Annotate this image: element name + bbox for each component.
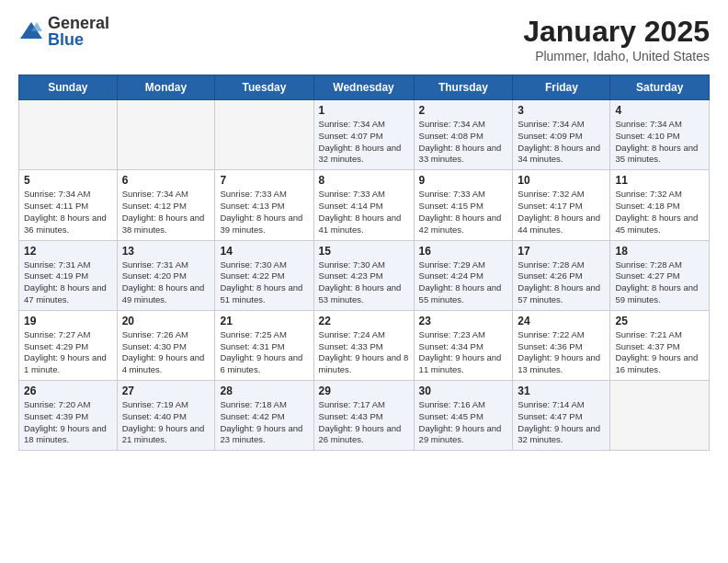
cell-text: Sunrise: 7:31 AM Sunset: 4:20 PM Dayligh… xyxy=(122,259,210,306)
calendar-cell xyxy=(117,100,215,170)
logo-icon xyxy=(18,18,44,44)
weekday-header: Thursday xyxy=(414,75,513,100)
calendar-cell: 23Sunrise: 7:23 AM Sunset: 4:34 PM Dayli… xyxy=(414,310,513,380)
calendar-cell: 1Sunrise: 7:34 AM Sunset: 4:07 PM Daylig… xyxy=(313,100,414,170)
weekday-header: Wednesday xyxy=(313,75,414,100)
day-number: 4 xyxy=(615,104,704,117)
calendar-cell: 28Sunrise: 7:18 AM Sunset: 4:42 PM Dayli… xyxy=(215,381,313,451)
calendar-cell: 6Sunrise: 7:34 AM Sunset: 4:12 PM Daylig… xyxy=(117,170,215,240)
day-number: 28 xyxy=(220,385,308,397)
weekday-header: Monday xyxy=(117,75,215,100)
calendar-cell: 14Sunrise: 7:30 AM Sunset: 4:22 PM Dayli… xyxy=(215,240,313,310)
day-number: 2 xyxy=(419,104,508,117)
calendar-cell: 10Sunrise: 7:32 AM Sunset: 4:17 PM Dayli… xyxy=(513,170,610,240)
calendar-body: 1Sunrise: 7:34 AM Sunset: 4:07 PM Daylig… xyxy=(19,100,710,451)
calendar-cell xyxy=(215,100,313,170)
day-number: 1 xyxy=(319,104,409,117)
calendar-cell: 12Sunrise: 7:31 AM Sunset: 4:19 PM Dayli… xyxy=(19,240,118,310)
cell-text: Sunrise: 7:34 AM Sunset: 4:10 PM Dayligh… xyxy=(615,119,704,166)
cell-text: Sunrise: 7:32 AM Sunset: 4:18 PM Dayligh… xyxy=(615,189,704,236)
calendar-cell: 13Sunrise: 7:31 AM Sunset: 4:20 PM Dayli… xyxy=(117,240,215,310)
day-number: 19 xyxy=(24,315,112,327)
calendar-cell: 9Sunrise: 7:33 AM Sunset: 4:15 PM Daylig… xyxy=(414,170,513,240)
cell-text: Sunrise: 7:27 AM Sunset: 4:29 PM Dayligh… xyxy=(24,329,112,376)
cell-text: Sunrise: 7:33 AM Sunset: 4:15 PM Dayligh… xyxy=(419,189,508,236)
calendar-cell: 8Sunrise: 7:33 AM Sunset: 4:14 PM Daylig… xyxy=(313,170,414,240)
calendar-cell: 25Sunrise: 7:21 AM Sunset: 4:37 PM Dayli… xyxy=(610,310,710,380)
cell-text: Sunrise: 7:14 AM Sunset: 4:47 PM Dayligh… xyxy=(518,399,605,446)
cell-text: Sunrise: 7:29 AM Sunset: 4:24 PM Dayligh… xyxy=(419,259,508,306)
calendar-cell: 7Sunrise: 7:33 AM Sunset: 4:13 PM Daylig… xyxy=(215,170,313,240)
cell-text: Sunrise: 7:22 AM Sunset: 4:36 PM Dayligh… xyxy=(518,329,605,376)
calendar-cell: 27Sunrise: 7:19 AM Sunset: 4:40 PM Dayli… xyxy=(117,381,215,451)
calendar-cell: 30Sunrise: 7:16 AM Sunset: 4:45 PM Dayli… xyxy=(414,381,513,451)
day-number: 18 xyxy=(615,245,704,258)
cell-text: Sunrise: 7:26 AM Sunset: 4:30 PM Dayligh… xyxy=(122,329,210,376)
calendar-week-row: 1Sunrise: 7:34 AM Sunset: 4:07 PM Daylig… xyxy=(19,100,710,170)
cell-text: Sunrise: 7:16 AM Sunset: 4:45 PM Dayligh… xyxy=(419,399,508,446)
cell-text: Sunrise: 7:30 AM Sunset: 4:22 PM Dayligh… xyxy=(220,259,308,306)
calendar-cell: 17Sunrise: 7:28 AM Sunset: 4:26 PM Dayli… xyxy=(513,240,610,310)
calendar-cell: 29Sunrise: 7:17 AM Sunset: 4:43 PM Dayli… xyxy=(313,381,414,451)
day-number: 12 xyxy=(24,245,112,258)
calendar-week-row: 19Sunrise: 7:27 AM Sunset: 4:29 PM Dayli… xyxy=(19,310,710,380)
logo-text: General Blue xyxy=(48,15,109,48)
day-number: 25 xyxy=(615,315,704,327)
cell-text: Sunrise: 7:21 AM Sunset: 4:37 PM Dayligh… xyxy=(615,329,704,376)
calendar-cell: 22Sunrise: 7:24 AM Sunset: 4:33 PM Dayli… xyxy=(313,310,414,380)
month-title: January 2025 xyxy=(523,15,710,49)
day-number: 16 xyxy=(419,245,508,258)
day-number: 24 xyxy=(518,315,605,327)
calendar-week-row: 26Sunrise: 7:20 AM Sunset: 4:39 PM Dayli… xyxy=(19,381,710,451)
cell-text: Sunrise: 7:23 AM Sunset: 4:34 PM Dayligh… xyxy=(419,329,508,376)
day-number: 31 xyxy=(518,385,605,397)
cell-text: Sunrise: 7:20 AM Sunset: 4:39 PM Dayligh… xyxy=(24,399,112,446)
calendar-cell: 21Sunrise: 7:25 AM Sunset: 4:31 PM Dayli… xyxy=(215,310,313,380)
cell-text: Sunrise: 7:33 AM Sunset: 4:13 PM Dayligh… xyxy=(220,189,308,236)
day-number: 20 xyxy=(122,315,210,327)
cell-text: Sunrise: 7:25 AM Sunset: 4:31 PM Dayligh… xyxy=(220,329,308,376)
calendar-cell: 16Sunrise: 7:29 AM Sunset: 4:24 PM Dayli… xyxy=(414,240,513,310)
day-number: 27 xyxy=(122,385,210,397)
cell-text: Sunrise: 7:28 AM Sunset: 4:27 PM Dayligh… xyxy=(615,259,704,306)
day-number: 7 xyxy=(220,174,308,187)
calendar-cell: 24Sunrise: 7:22 AM Sunset: 4:36 PM Dayli… xyxy=(513,310,610,380)
cell-text: Sunrise: 7:32 AM Sunset: 4:17 PM Dayligh… xyxy=(518,189,605,236)
calendar-cell: 11Sunrise: 7:32 AM Sunset: 4:18 PM Dayli… xyxy=(610,170,710,240)
cell-text: Sunrise: 7:34 AM Sunset: 4:12 PM Dayligh… xyxy=(122,189,210,236)
calendar-cell: 31Sunrise: 7:14 AM Sunset: 4:47 PM Dayli… xyxy=(513,381,610,451)
cell-text: Sunrise: 7:34 AM Sunset: 4:08 PM Dayligh… xyxy=(419,119,508,166)
day-number: 17 xyxy=(518,245,605,258)
logo: General Blue xyxy=(18,15,109,48)
calendar-week-row: 5Sunrise: 7:34 AM Sunset: 4:11 PM Daylig… xyxy=(19,170,710,240)
cell-text: Sunrise: 7:28 AM Sunset: 4:26 PM Dayligh… xyxy=(518,259,605,306)
cell-text: Sunrise: 7:24 AM Sunset: 4:33 PM Dayligh… xyxy=(319,329,409,376)
calendar-cell: 26Sunrise: 7:20 AM Sunset: 4:39 PM Dayli… xyxy=(19,381,118,451)
weekday-header-row: SundayMondayTuesdayWednesdayThursdayFrid… xyxy=(19,75,710,100)
cell-text: Sunrise: 7:17 AM Sunset: 4:43 PM Dayligh… xyxy=(319,399,409,446)
day-number: 3 xyxy=(518,104,605,117)
cell-text: Sunrise: 7:30 AM Sunset: 4:23 PM Dayligh… xyxy=(319,259,409,306)
calendar-cell: 5Sunrise: 7:34 AM Sunset: 4:11 PM Daylig… xyxy=(19,170,118,240)
cell-text: Sunrise: 7:31 AM Sunset: 4:19 PM Dayligh… xyxy=(24,259,112,306)
weekday-header: Saturday xyxy=(610,75,710,100)
weekday-header: Sunday xyxy=(19,75,118,100)
title-block: January 2025 Plummer, Idaho, United Stat… xyxy=(523,15,710,63)
day-number: 21 xyxy=(220,315,308,327)
cell-text: Sunrise: 7:34 AM Sunset: 4:11 PM Dayligh… xyxy=(24,189,112,236)
day-number: 10 xyxy=(518,174,605,187)
calendar-cell: 4Sunrise: 7:34 AM Sunset: 4:10 PM Daylig… xyxy=(610,100,710,170)
day-number: 15 xyxy=(319,245,409,258)
day-number: 5 xyxy=(24,174,112,187)
day-number: 13 xyxy=(122,245,210,258)
logo-blue: Blue xyxy=(48,31,109,48)
page-header: General Blue January 2025 Plummer, Idaho… xyxy=(18,15,710,63)
logo-general: General xyxy=(48,15,109,31)
calendar-cell: 19Sunrise: 7:27 AM Sunset: 4:29 PM Dayli… xyxy=(19,310,118,380)
day-number: 11 xyxy=(615,174,704,187)
location: Plummer, Idaho, United States xyxy=(523,49,710,63)
calendar-cell xyxy=(610,381,710,451)
day-number: 6 xyxy=(122,174,210,187)
calendar-cell: 20Sunrise: 7:26 AM Sunset: 4:30 PM Dayli… xyxy=(117,310,215,380)
day-number: 14 xyxy=(220,245,308,258)
